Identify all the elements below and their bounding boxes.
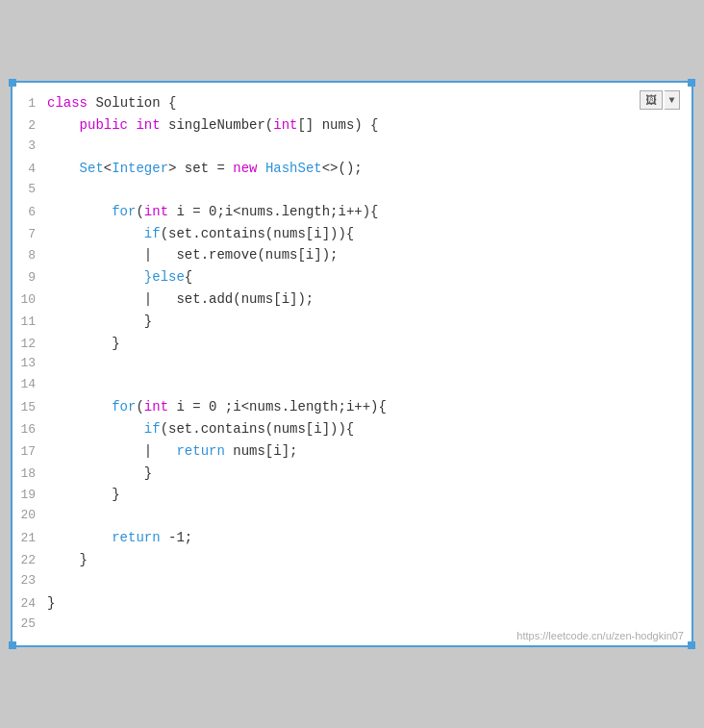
code-line: 8 | set.remove(nums[i]); xyxy=(13,244,691,266)
line-number: 8 xyxy=(13,246,47,266)
line-number: 11 xyxy=(13,313,47,333)
code-line: 18 } xyxy=(13,463,691,485)
code-line: 12 } xyxy=(13,333,691,355)
code-line: 4 Set<Integer> set = new HashSet<>(); xyxy=(13,158,691,180)
line-number: 12 xyxy=(13,335,47,355)
line-number: 21 xyxy=(13,529,47,549)
code-line: 16 if(set.contains(nums[i])){ xyxy=(13,418,691,440)
line-number: 7 xyxy=(13,225,47,245)
line-number: 9 xyxy=(13,268,47,289)
corner-bl xyxy=(9,641,16,649)
line-content: } xyxy=(47,311,691,332)
line-content: | return nums[i]; xyxy=(47,440,691,462)
line-content: }else{ xyxy=(47,266,691,288)
dropdown-arrow-button[interactable]: ▼ xyxy=(665,90,680,110)
line-content: } xyxy=(47,463,691,484)
code-line: 23 xyxy=(13,571,691,592)
code-line: 2 public int singleNumber(int[] nums) { xyxy=(13,114,691,137)
line-content: } xyxy=(47,484,691,505)
code-line: 13 xyxy=(13,354,691,375)
line-number: 2 xyxy=(13,116,47,137)
toolbar: 🖼 ▼ xyxy=(640,90,680,110)
code-line: 9 }else{ xyxy=(13,266,691,289)
line-content: if(set.contains(nums[i])){ xyxy=(47,223,691,244)
code-line: 15 for(int i = 0 ;i<nums.length;i++){ xyxy=(13,396,691,418)
line-number: 14 xyxy=(13,375,47,395)
line-number: 1 xyxy=(13,94,47,114)
line-content: Set<Integer> set = new HashSet<>(); xyxy=(47,158,691,179)
line-content: | set.add(nums[i]); xyxy=(47,289,691,310)
line-content: class Solution { xyxy=(47,92,691,113)
line-number: 5 xyxy=(13,180,47,200)
image-button[interactable]: 🖼 xyxy=(640,90,663,110)
code-line: 21 return -1; xyxy=(13,527,691,549)
line-number: 10 xyxy=(13,290,47,311)
line-number: 6 xyxy=(13,203,47,223)
code-line: 11 } xyxy=(13,311,691,333)
watermark: https://leetcode.cn/u/zen-hodgkin07 xyxy=(516,630,684,641)
line-number: 19 xyxy=(13,486,47,506)
code-line: 20 xyxy=(13,506,691,527)
corner-tr xyxy=(688,79,695,87)
line-number: 15 xyxy=(13,398,47,418)
code-line: 7 if(set.contains(nums[i])){ xyxy=(13,223,691,245)
line-content: for(int i = 0;i<nums.length;i++){ xyxy=(47,201,691,222)
corner-br xyxy=(688,641,695,649)
line-number: 24 xyxy=(13,594,47,615)
corner-tl xyxy=(9,79,16,87)
line-content: } xyxy=(47,549,691,570)
code-line: 22 } xyxy=(13,549,691,571)
line-number: 3 xyxy=(13,137,47,157)
code-line: 6 for(int i = 0;i<nums.length;i++){ xyxy=(13,201,691,223)
line-number: 4 xyxy=(13,160,47,180)
line-content: public int singleNumber(int[] nums) { xyxy=(47,114,691,136)
code-line: 24} xyxy=(13,592,691,615)
line-number: 22 xyxy=(13,551,47,571)
code-line: 14 xyxy=(13,375,691,396)
code-line: 3 xyxy=(13,137,691,158)
code-line: 19 } xyxy=(13,484,691,506)
code-line: 17 | return nums[i]; xyxy=(13,440,691,463)
code-area: 1class Solution {2 public int singleNumb… xyxy=(13,83,691,644)
line-number: 23 xyxy=(13,571,47,591)
line-content: for(int i = 0 ;i<nums.length;i++){ xyxy=(47,396,691,417)
line-content: | set.remove(nums[i]); xyxy=(47,244,691,265)
code-window: 🖼 ▼ 1class Solution {2 public int single… xyxy=(11,81,693,646)
line-number: 20 xyxy=(13,506,47,526)
line-content: return -1; xyxy=(47,527,691,548)
line-number: 13 xyxy=(13,354,47,374)
line-number: 18 xyxy=(13,464,47,485)
line-content: if(set.contains(nums[i])){ xyxy=(47,418,691,439)
line-number: 25 xyxy=(13,615,47,635)
line-number: 17 xyxy=(13,442,47,463)
line-content: } xyxy=(47,333,691,354)
line-number: 16 xyxy=(13,420,47,440)
line-content: } xyxy=(47,592,691,614)
code-line: 10 | set.add(nums[i]); xyxy=(13,289,691,311)
code-line: 5 xyxy=(13,180,691,201)
code-line: 1class Solution { xyxy=(13,92,691,114)
